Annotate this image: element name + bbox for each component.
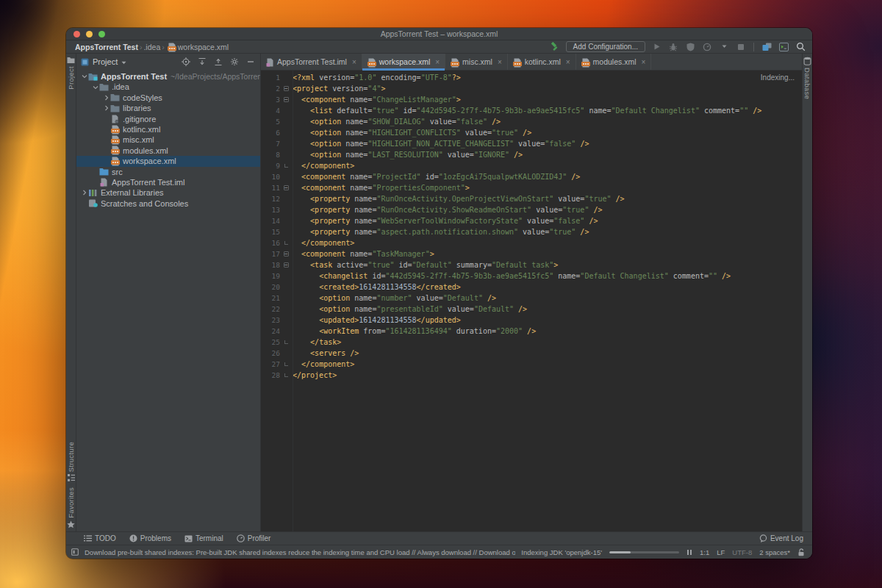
code-line[interactable]: 22 <option name="presentableId" value="D… [261, 304, 802, 315]
code-line[interactable]: 9 </component> [261, 160, 802, 171]
fold-end-icon[interactable] [284, 241, 288, 245]
code-line[interactable]: 27 </component> [261, 359, 802, 370]
code-line[interactable]: 1<?xml version="1.0" encoding="UTF-8"?> [261, 72, 802, 83]
dropdown-arrow-icon[interactable] [718, 41, 730, 52]
code-line[interactable]: 4 <list default="true" id="442d5945-2f7f… [261, 105, 802, 116]
fold-open-icon[interactable]: − [284, 251, 289, 257]
code-line[interactable]: 6 <option name="HIGHLIGHT_CONFLICTS" val… [261, 127, 802, 138]
search-icon[interactable] [795, 41, 806, 52]
close-tab-icon[interactable]: × [435, 58, 440, 66]
debug-bug-icon[interactable] [667, 41, 679, 52]
tree-item-external-libraries[interactable]: External Libraries [76, 187, 260, 198]
tool-window-button-profiler[interactable]: Profiler [237, 534, 271, 542]
toolwindow-switcher-icon[interactable] [71, 548, 79, 556]
line-number[interactable]: 12 [261, 193, 280, 204]
breadcrumb-item[interactable]: .idea [143, 43, 160, 51]
line-number[interactable]: 6 [261, 127, 280, 138]
indent-style[interactable]: 2 spaces* [759, 548, 790, 556]
tree-item-src[interactable]: src [76, 167, 260, 177]
run-coverage-icon[interactable] [684, 41, 696, 52]
readonly-lock-icon[interactable] [797, 548, 805, 556]
chevron-down-icon[interactable] [92, 85, 98, 90]
code-line[interactable]: 23 <updated>1614281134558</updated> [261, 315, 802, 326]
tree-item--idea[interactable]: .idea [76, 82, 260, 92]
close-tab-icon[interactable]: × [566, 58, 570, 66]
tree-item-libraries[interactable]: libraries [76, 103, 260, 113]
expand-all-icon[interactable] [197, 57, 207, 67]
line-number[interactable]: 19 [261, 270, 280, 282]
line-number[interactable]: 25 [261, 337, 280, 348]
tool-stripe-favorites[interactable]: Favorites [67, 484, 75, 531]
code-line[interactable]: 17− <component name="TaskManager"> [261, 248, 802, 259]
event-log-button[interactable]: Event Log [759, 534, 803, 542]
breadcrumb-item[interactable]: workspace.xml [178, 43, 229, 51]
line-number[interactable]: 3 [261, 94, 280, 105]
line-number[interactable]: 17 [261, 248, 280, 259]
line-separator[interactable]: LF [717, 548, 725, 556]
terminal-window-icon[interactable] [778, 41, 789, 52]
tab-appstorrent-test-iml[interactable]: AppsTorrent Test.iml× [261, 54, 362, 70]
fold-marker[interactable] [280, 373, 293, 377]
code-line[interactable]: 15 <property name="aspect.path.notificat… [261, 226, 802, 237]
line-number[interactable]: 11 [261, 182, 280, 193]
line-number[interactable]: 5 [261, 116, 280, 127]
caret-position[interactable]: 1:1 [700, 548, 709, 556]
pause-indexing-button[interactable] [686, 549, 692, 556]
fold-marker[interactable]: − [280, 251, 293, 257]
status-message[interactable]: Download pre-built shared indexes: Pre-b… [85, 548, 515, 556]
close-window-button[interactable] [74, 31, 80, 37]
line-number[interactable]: 20 [261, 282, 280, 293]
line-number[interactable]: 14 [261, 215, 280, 226]
add-configuration-button[interactable]: Add Configuration... [566, 41, 645, 52]
line-number[interactable]: 15 [261, 226, 280, 237]
file-encoding[interactable]: UTF-8 [732, 548, 752, 556]
line-number[interactable]: 26 [261, 348, 280, 359]
line-number[interactable]: 21 [261, 293, 280, 304]
line-number[interactable]: 8 [261, 149, 280, 160]
profiler-icon[interactable] [701, 41, 713, 52]
settings-gear-icon[interactable] [229, 57, 239, 67]
code-line[interactable]: 19 <changelist id="442d5945-2f7f-4b75-9b… [261, 270, 802, 282]
titlebar[interactable]: AppsTorrent Test – workspace.xml [66, 28, 812, 40]
fullscreen-window-button[interactable] [98, 31, 105, 37]
close-tab-icon[interactable]: × [498, 58, 502, 66]
fold-open-icon[interactable]: − [284, 97, 289, 102]
code-line[interactable]: 13 <property name="RunOnceActivity.ShowR… [261, 204, 802, 215]
line-number[interactable]: 23 [261, 315, 280, 326]
line-number[interactable]: 9 [261, 160, 280, 171]
line-number[interactable]: 22 [261, 304, 280, 315]
code-line[interactable]: 16 </component> [261, 237, 802, 248]
code-line[interactable]: 20 <created>1614281134558</created> [261, 282, 802, 293]
code-line[interactable]: 28</project> [261, 370, 802, 381]
project-structure-icon[interactable] [761, 41, 772, 52]
chevron-right-icon[interactable] [103, 105, 110, 111]
tool-stripe-project[interactable]: Project [67, 54, 75, 93]
line-number[interactable]: 16 [261, 237, 280, 248]
minimize-window-button[interactable] [86, 31, 93, 37]
line-number[interactable]: 18 [261, 259, 280, 270]
tree-item-workspace-xml[interactable]: workspace.xml [76, 156, 260, 166]
tree-item-kotlinc-xml[interactable]: kotlinc.xml [76, 124, 260, 135]
code-editor[interactable]: 1<?xml version="1.0" encoding="UTF-8"?>2… [261, 71, 802, 531]
fold-marker[interactable]: − [280, 262, 293, 268]
code-line[interactable]: 2−<project version="4"> [261, 83, 802, 94]
tab-misc-xml[interactable]: misc.xml× [445, 54, 508, 70]
fold-open-icon[interactable]: − [284, 86, 289, 91]
code-line[interactable]: 12 <property name="RunOnceActivity.OpenP… [261, 193, 802, 204]
breadcrumb-item[interactable]: AppsTorrent Test [75, 43, 138, 51]
stop-icon[interactable] [735, 41, 747, 52]
close-tab-icon[interactable]: × [352, 58, 356, 66]
chevron-down-icon[interactable] [81, 74, 87, 79]
line-number[interactable]: 24 [261, 326, 280, 337]
fold-open-icon[interactable]: − [284, 262, 289, 268]
hide-minus-icon[interactable] [245, 57, 255, 67]
fold-marker[interactable] [280, 362, 293, 366]
line-number[interactable]: 2 [261, 83, 280, 94]
locate-target-icon[interactable] [181, 57, 190, 67]
line-number[interactable]: 10 [261, 171, 280, 182]
close-tab-icon[interactable]: × [642, 58, 646, 66]
line-number[interactable]: 28 [261, 370, 280, 381]
code-line[interactable]: 8 <option name="LAST_RESOLUTION" value="… [261, 149, 802, 160]
project-panel-title[interactable]: Project [93, 57, 118, 66]
fold-marker[interactable] [280, 241, 293, 245]
